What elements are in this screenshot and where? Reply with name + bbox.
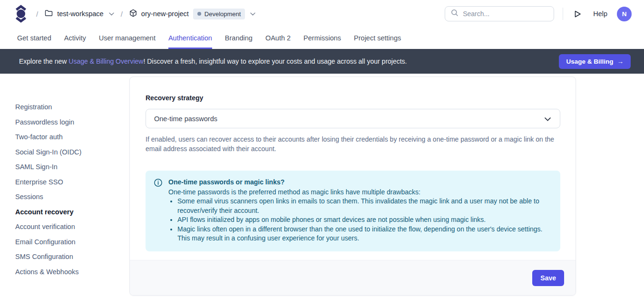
environment-badge: Development <box>193 9 245 19</box>
play-icon[interactable] <box>574 10 582 18</box>
info-box-bullet: API flows initialized by apps on mobile … <box>177 215 551 225</box>
banner-text-suffix: ! Discover a fresh, insightful way to ex… <box>143 57 407 65</box>
info-box-title: One-time passwords or magic links? <box>168 178 551 187</box>
info-box-bullet: Magic links often open in a different br… <box>177 225 551 243</box>
workspace-switcher[interactable]: test-workspace <box>45 10 114 18</box>
recovery-strategy-help-text: If enabled, users can recover access to … <box>146 134 560 153</box>
sidebar-item-sms-configuration[interactable]: SMS Configuration <box>15 253 129 263</box>
sidebar-item-registration[interactable]: Registration <box>15 103 129 114</box>
sidebar-item-email-configuration[interactable]: Email Configuration <box>15 238 129 249</box>
save-button[interactable]: Save <box>532 270 564 286</box>
account-recovery-form: Recovery strategy One-time passwords If … <box>130 77 576 260</box>
info-box-bullet: Some email virus scanners open links in … <box>177 197 551 215</box>
project-nav-tabs: Get started Activity User management Aut… <box>0 28 644 49</box>
arrow-right-icon: → <box>617 58 624 65</box>
chevron-down-icon <box>250 12 255 16</box>
sidebar-item-two-factor-auth[interactable]: Two-factor auth <box>15 133 129 144</box>
breadcrumb-separator: / <box>121 10 123 18</box>
topbar-divider <box>563 8 563 20</box>
tab-project-settings[interactable]: Project settings <box>354 28 401 49</box>
info-box-intro: One-time passwords is the preferred meth… <box>168 188 551 197</box>
breadcrumb: / test-workspace / <box>14 5 255 23</box>
sidebar-item-account-verification[interactable]: Account verification <box>15 223 129 233</box>
banner-text-prefix: Explore the new <box>19 57 68 65</box>
sidebar-item-actions-webhooks[interactable]: Actions & Webhooks <box>15 268 129 278</box>
sidebar-item-sessions[interactable]: Sessions <box>15 193 129 203</box>
info-box-bullet-list: Some email virus scanners open links in … <box>168 197 551 243</box>
project-name: ory-new-project <box>141 10 189 18</box>
card-footer: Save <box>130 260 576 295</box>
tab-user-management[interactable]: User management <box>99 28 156 49</box>
package-icon <box>129 9 137 19</box>
chevron-down-icon <box>109 12 114 16</box>
info-icon <box>154 178 163 243</box>
usage-billing-button[interactable]: Usage & Billing → <box>559 54 631 69</box>
search-icon <box>451 9 459 19</box>
app-window: / test-workspace / <box>0 0 644 297</box>
search-input[interactable] <box>463 10 549 18</box>
workspace-name: test-workspace <box>57 10 104 18</box>
banner-text: Explore the new Usage & Billing Overview… <box>19 57 407 65</box>
folder-icon <box>45 10 53 18</box>
account-recovery-card: Recovery strategy One-time passwords If … <box>129 77 576 296</box>
recovery-strategy-label: Recovery strategy <box>146 94 560 102</box>
tab-oauth2[interactable]: OAuth 2 <box>265 28 291 49</box>
sidebar-item-saml-sign-in[interactable]: SAML Sign-In <box>15 163 129 173</box>
content-area: Registration Passwordless login Two-fact… <box>0 74 644 297</box>
tab-get-started[interactable]: Get started <box>17 28 51 49</box>
usage-billing-button-label: Usage & Billing <box>566 58 613 65</box>
chevron-down-icon <box>545 115 551 123</box>
usage-billing-overview-link[interactable]: Usage & Billing Overview <box>68 57 143 65</box>
usage-billing-banner: Explore the new Usage & Billing Overview… <box>0 49 644 74</box>
ory-logo[interactable] <box>14 5 28 23</box>
breadcrumb-separator: / <box>36 10 38 18</box>
help-link[interactable]: Help <box>593 10 607 18</box>
search-box[interactable] <box>445 6 554 21</box>
sidebar-item-social-sign-in[interactable]: Social Sign-In (OIDC) <box>15 148 129 159</box>
environment-label: Development <box>205 10 241 18</box>
settings-sidebar: Registration Passwordless login Two-fact… <box>0 74 129 297</box>
sidebar-item-account-recovery[interactable]: Account recovery <box>15 208 129 219</box>
avatar[interactable]: N <box>617 7 632 21</box>
recovery-strategy-select[interactable]: One-time passwords <box>146 109 560 128</box>
topbar-actions: Help N <box>445 6 632 21</box>
tab-authentication[interactable]: Authentication <box>168 28 212 49</box>
project-switcher[interactable]: ory-new-project Development <box>129 9 256 19</box>
info-box-content: One-time passwords or magic links? One-t… <box>168 178 551 243</box>
tab-permissions[interactable]: Permissions <box>303 28 341 49</box>
sidebar-item-passwordless-login[interactable]: Passwordless login <box>15 118 129 129</box>
info-box: One-time passwords or magic links? One-t… <box>146 171 560 251</box>
tab-branding[interactable]: Branding <box>225 28 253 49</box>
sidebar-item-enterprise-sso[interactable]: Enterprise SSO <box>15 178 129 189</box>
top-bar: / test-workspace / <box>0 0 644 28</box>
tab-activity[interactable]: Activity <box>64 28 86 49</box>
environment-dot-icon <box>197 12 201 16</box>
recovery-strategy-selected-value: One-time passwords <box>154 115 217 123</box>
